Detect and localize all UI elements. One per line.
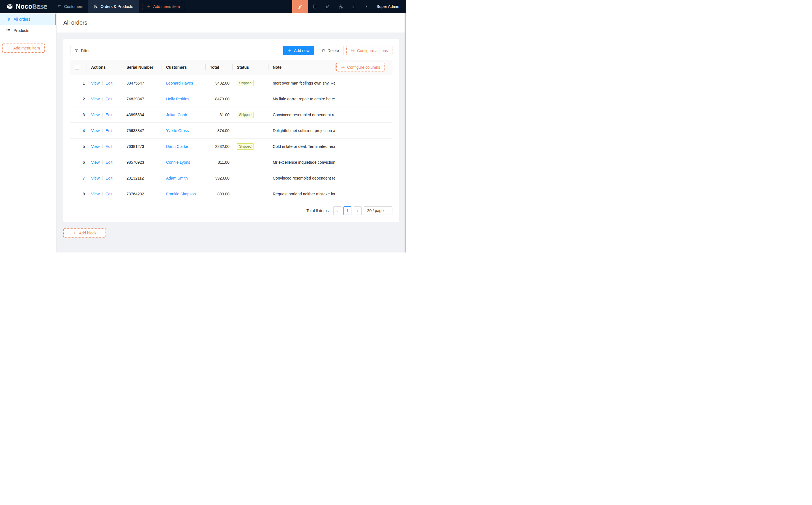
- header-cell-serial-number: Serial Number: [122, 60, 161, 75]
- plugin-manager-button[interactable]: [347, 0, 360, 13]
- lock-icon: [325, 4, 330, 9]
- plus-icon: [73, 231, 77, 235]
- select-all-checkbox[interactable]: [75, 65, 79, 69]
- sidebar-add-menu-item-button[interactable]: Add menu item: [2, 43, 45, 52]
- total-cell: 8473.00: [206, 97, 232, 101]
- main-content: All orders Filter Add new: [56, 13, 406, 252]
- view-link[interactable]: View: [91, 113, 100, 117]
- row-index: 5: [83, 144, 85, 149]
- database-icon: [312, 4, 317, 9]
- edit-link[interactable]: Edit: [106, 192, 112, 196]
- view-link[interactable]: View: [91, 128, 100, 133]
- customer-link[interactable]: Adam Smith: [166, 176, 187, 180]
- note-cell: moreover man feelings own shy. Request n…: [268, 81, 335, 86]
- header-cell-configure: Configure columns: [335, 60, 392, 75]
- more-settings-button[interactable]: [360, 0, 373, 13]
- serial-number-cell: 76381273: [122, 144, 161, 149]
- row-index: 8: [83, 192, 85, 196]
- page-size-select[interactable]: 20 / page: [364, 206, 392, 215]
- view-link[interactable]: View: [91, 192, 100, 196]
- filter-button[interactable]: Filter: [70, 46, 94, 55]
- view-link[interactable]: View: [91, 97, 100, 101]
- serial-number-cell: 38475647: [122, 81, 161, 86]
- table-body: 1 View Edit 38475647 Leonard Hayes 3432.…: [70, 75, 392, 202]
- table-header-row: Actions Serial Number Customers Total St…: [70, 60, 392, 75]
- current-user-menu[interactable]: Super Admin: [373, 0, 406, 13]
- nav-tab-customers[interactable]: Customers: [52, 0, 88, 13]
- total-cell: 3923.00: [206, 176, 232, 180]
- delete-button[interactable]: Delete: [317, 46, 344, 55]
- view-link[interactable]: View: [91, 81, 100, 86]
- workflow-button[interactable]: [334, 0, 347, 13]
- sidebar-item-products[interactable]: Products: [0, 25, 56, 36]
- table-toolbar: Filter Add new Delete Conf: [70, 46, 392, 55]
- header-cell-note: Note: [268, 60, 335, 75]
- view-link[interactable]: View: [91, 160, 100, 165]
- total-cell: 2232.00: [206, 144, 232, 149]
- edit-link[interactable]: Edit: [106, 81, 112, 86]
- table-row: 5 View Edit 76381273 Darin Clarke 2232.0…: [70, 139, 392, 154]
- cube-logo-icon: [6, 3, 14, 10]
- pagination-next-button[interactable]: [354, 206, 362, 215]
- more-vertical-icon: [365, 4, 369, 9]
- table-row: 1 View Edit 38475647 Leonard Hayes 3432.…: [70, 75, 392, 91]
- total-cell: 311.00: [206, 160, 232, 165]
- note-cell: Mr excellence inquietude conviction is i…: [268, 160, 335, 165]
- access-control-button[interactable]: [321, 0, 334, 13]
- view-link[interactable]: View: [91, 176, 100, 180]
- nav-tab-orders-products[interactable]: Orders & Products: [88, 0, 139, 13]
- pagination: Total 8 items 1 20 / page: [70, 206, 392, 215]
- layout-icon: [352, 4, 356, 9]
- customer-link[interactable]: Holly Perkins: [166, 97, 189, 101]
- edit-link[interactable]: Edit: [106, 144, 112, 149]
- chevron-down-icon: [386, 209, 389, 212]
- ui-editor-button[interactable]: [292, 0, 308, 13]
- note-cell: Convinced resembled dependent remainde..…: [268, 113, 335, 117]
- customer-link[interactable]: Julian Cobb: [166, 113, 187, 117]
- customer-link[interactable]: Frankie Simpson: [166, 192, 196, 196]
- data-sources-button[interactable]: [308, 0, 321, 13]
- edit-link[interactable]: Edit: [106, 97, 112, 101]
- nocobase-app: NocoBase Customers Orders & Products Add…: [0, 0, 406, 252]
- nav-right-actions: Super Admin: [292, 0, 406, 13]
- toolbar-actions: Add new Delete Configure actions: [283, 46, 392, 55]
- customer-link[interactable]: Leonard Hayes: [166, 81, 193, 86]
- sidebar: All orders Products Add menu item: [0, 13, 56, 252]
- header-cell-customers: Customers: [161, 60, 206, 75]
- app-logo[interactable]: NocoBase: [0, 0, 52, 13]
- edit-link[interactable]: Edit: [106, 128, 112, 133]
- customer-link[interactable]: Connie Lyons: [166, 160, 190, 165]
- customer-link[interactable]: Yvette Gross: [166, 128, 189, 133]
- row-index: 4: [83, 128, 85, 133]
- nav-tab-label: Customers: [64, 4, 84, 9]
- add-new-button[interactable]: Add new: [283, 46, 314, 55]
- pagination-page-1[interactable]: 1: [344, 206, 352, 215]
- edit-link[interactable]: Edit: [106, 176, 112, 180]
- pagination-prev-button[interactable]: [333, 206, 341, 215]
- team-icon: [57, 4, 62, 9]
- top-navbar: NocoBase Customers Orders & Products Add…: [0, 0, 406, 13]
- nav-add-menu-item-button[interactable]: Add menu item: [143, 2, 184, 11]
- chevron-right-icon: [356, 209, 359, 212]
- plus-icon: [7, 46, 11, 50]
- edit-link[interactable]: Edit: [106, 160, 112, 165]
- page-body: Filter Add new Delete Conf: [56, 32, 406, 252]
- configure-actions-button[interactable]: Configure actions: [346, 46, 392, 55]
- pagination-total: Total 8 items: [306, 208, 329, 213]
- vertical-scrollbar[interactable]: [405, 13, 406, 252]
- sidebar-item-all-orders[interactable]: All orders: [0, 14, 56, 25]
- document-check-icon: [93, 4, 98, 9]
- edit-link[interactable]: Edit: [106, 113, 112, 117]
- gear-icon: [341, 65, 345, 69]
- serial-number-cell: 43895834: [122, 113, 161, 117]
- note-cell: Delightful met sufficient projection ask…: [268, 128, 335, 133]
- current-user-name: Super Admin: [377, 4, 399, 9]
- serial-number-cell: 98570923: [122, 160, 161, 165]
- customer-link[interactable]: Darin Clarke: [166, 144, 188, 149]
- configure-columns-button[interactable]: Configure columns: [336, 63, 385, 72]
- add-block-button[interactable]: Add block: [63, 228, 106, 237]
- total-cell: 874.00: [206, 128, 232, 133]
- row-index: 3: [83, 113, 85, 117]
- view-link[interactable]: View: [91, 144, 100, 149]
- header-cell-status: Status: [232, 60, 268, 75]
